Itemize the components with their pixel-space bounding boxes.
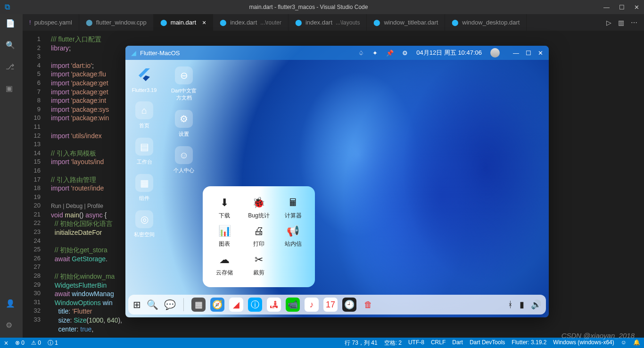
close-icon[interactable]: ×	[202, 19, 206, 26]
window-title: main.dart - flutter3_macos - Visual Stud…	[14, 4, 603, 10]
dock-app-flutter[interactable]: ◢	[229, 298, 243, 312]
pin-icon[interactable]: 📌	[386, 50, 394, 57]
bug-icon: 🐞	[252, 197, 265, 209]
explorer-icon[interactable]: 📄	[6, 19, 17, 30]
sidebar-item-private[interactable]: ◎私密空间	[134, 210, 155, 238]
file-icon: !	[29, 19, 31, 26]
popup-item-calc[interactable]: 🖩计算器	[276, 194, 310, 223]
dock-app-clock[interactable]: 🕘	[342, 298, 356, 312]
sidebar-item-dart-doc[interactable]: ⊖Dart中文官 方文档	[171, 66, 197, 101]
tab-window_titlebar-dart[interactable]: ⬤window_titlebar.dart	[367, 14, 445, 31]
more-icon[interactable]: ⋯	[631, 19, 637, 26]
watermark: CSDN @xiaoyan_2018	[561, 331, 635, 340]
device[interactable]: Windows (windows-x64)	[553, 339, 614, 347]
dock-app-safari[interactable]: 🧭	[210, 298, 224, 312]
mac-minimize-icon[interactable]: —	[513, 50, 519, 57]
tab-path: ...\layouts	[336, 19, 360, 26]
win-minimize-icon[interactable]: —	[603, 4, 610, 11]
flutter-version[interactable]: Flutter: 3.19.2	[512, 339, 546, 347]
editor-tabs: !pubspec.yaml⬤flutter_window.cpp⬤main.da…	[23, 14, 644, 31]
mac-maximize-icon[interactable]: ☐	[526, 50, 531, 57]
dock-app-facetime[interactable]: 📹	[286, 298, 300, 312]
file-icon: ⬤	[295, 19, 302, 26]
tab-path: ...\router	[260, 19, 281, 26]
macos-title: Flutter-MacOS	[140, 50, 180, 57]
language-mode[interactable]: Dart	[452, 339, 463, 347]
sidebar-item-widgets[interactable]: ▦组件	[135, 174, 153, 202]
file-icon: ⬤	[160, 19, 167, 26]
sidebar-label: 私密空间	[134, 231, 155, 238]
dock-app-apps[interactable]: ▦	[191, 298, 206, 312]
dock-app-photos[interactable]: 🏞	[267, 298, 281, 312]
download-icon: ⬇	[220, 197, 229, 209]
popup-item-chart[interactable]: 📊图表	[207, 223, 242, 251]
sidebar-label: Flutter3.19	[132, 87, 157, 93]
magic-icon[interactable]: ✦	[372, 50, 378, 57]
private-icon: ◎	[135, 210, 153, 228]
popup-item-cloud[interactable]: ☁云存储	[207, 251, 242, 280]
dock-app-calendar[interactable]: 17	[323, 298, 338, 312]
scm-icon[interactable]: ⎇	[6, 62, 17, 74]
sidebar-item-flutter[interactable]: Flutter3.19	[132, 66, 157, 93]
gear-icon[interactable]: ⚙	[402, 50, 408, 57]
cursor-position[interactable]: 行 73，列 41	[345, 339, 377, 347]
mac-close-icon[interactable]: ✕	[538, 50, 543, 57]
devtools[interactable]: Dart DevTools	[470, 339, 505, 347]
crop-icon: ✂	[255, 254, 263, 266]
tab-window_desktop-dart[interactable]: ⬤window_desktop.dart	[445, 14, 527, 31]
tray-volume-icon[interactable]: 🔊	[531, 299, 541, 310]
popup-item-crop[interactable]: ✂裁剪	[242, 251, 276, 280]
sidebar-item-settings[interactable]: ⚙设置	[175, 110, 193, 138]
run-icon[interactable]: ▷	[606, 19, 611, 26]
dock-app-info[interactable]: ⓘ	[248, 298, 262, 312]
popup-item-bug[interactable]: 🐞Bug统计	[242, 194, 276, 223]
dock-app-trash[interactable]: 🗑	[361, 298, 375, 312]
profile-icon: ☺	[175, 146, 193, 164]
status-errors[interactable]: ⊗ 0	[15, 340, 25, 346]
tab-index-dart[interactable]: ⬤index.dart...\layouts	[289, 14, 367, 31]
dock-grid-icon[interactable]: ⊞	[133, 299, 141, 310]
dock-search-icon[interactable]: 🔍	[147, 299, 158, 310]
tab-flutter_window-cpp[interactable]: ⬤flutter_window.cpp	[79, 14, 154, 31]
mail-icon: 📢	[287, 225, 299, 237]
search-icon[interactable]: 🔍	[6, 41, 17, 52]
account-icon[interactable]: 👤	[6, 299, 17, 310]
bell-icon[interactable]: 🔔	[633, 339, 640, 347]
split-editor-icon[interactable]: ▥	[618, 19, 624, 26]
sidebar-item-home[interactable]: ⌂首页	[135, 101, 153, 129]
popup-item-download[interactable]: ⬇下载	[207, 194, 242, 223]
tab-pubspec-yaml[interactable]: !pubspec.yaml	[23, 14, 79, 31]
gear-icon[interactable]: ⚙	[6, 321, 17, 332]
popup-label: 下载	[219, 212, 230, 220]
dock-wechat-icon[interactable]: 💬	[164, 299, 176, 310]
tray-battery-icon[interactable]: ▮	[520, 299, 524, 310]
calc-icon: 🖩	[288, 197, 298, 209]
feedback-icon[interactable]: ☺	[621, 339, 627, 347]
extensions-icon[interactable]: ▣	[6, 84, 17, 95]
encoding[interactable]: UTF-8	[408, 339, 424, 347]
file-icon: ⬤	[373, 19, 380, 26]
bell-icon[interactable]: ♤	[358, 50, 364, 57]
status-warnings[interactable]: ⚠ 0	[31, 340, 41, 346]
sidebar-item-workbench[interactable]: ▤工作台	[135, 138, 153, 166]
home-icon: ⌂	[135, 101, 153, 119]
popup-item-print[interactable]: 🖨打印	[242, 223, 276, 251]
datetime: 04月12日 周五 10:47:06	[416, 49, 482, 57]
indent[interactable]: 空格: 2	[384, 339, 402, 347]
tab-main-dart[interactable]: ⬤main.dart×	[154, 14, 213, 31]
tab-index-dart[interactable]: ⬤index.dart...\router	[213, 14, 289, 31]
tray-bluetooth-icon[interactable]: ᚼ	[508, 300, 513, 310]
popup-label: 图表	[219, 240, 230, 248]
popup-item-mail[interactable]: 📢站内信	[276, 223, 310, 251]
sidebar-label: 个人中心	[173, 167, 194, 174]
eol[interactable]: CRLF	[431, 339, 446, 347]
remote-icon[interactable]: ⨯	[4, 340, 8, 346]
line-gutter: 1234567891011121314151617181920212223242…	[23, 31, 47, 324]
status-info[interactable]: ⓘ 1	[48, 339, 58, 347]
macos-titlebar[interactable]: ◢ Flutter-MacOS ♤ ✦ 📌 ⚙ 04月12日 周五 10:47:…	[125, 46, 549, 60]
sidebar-item-profile[interactable]: ☺个人中心	[173, 146, 194, 174]
win-maximize-icon[interactable]: ☐	[619, 4, 625, 11]
avatar[interactable]	[490, 48, 500, 58]
win-close-icon[interactable]: ✕	[634, 4, 639, 11]
dock-app-music[interactable]: ♪	[305, 298, 319, 312]
